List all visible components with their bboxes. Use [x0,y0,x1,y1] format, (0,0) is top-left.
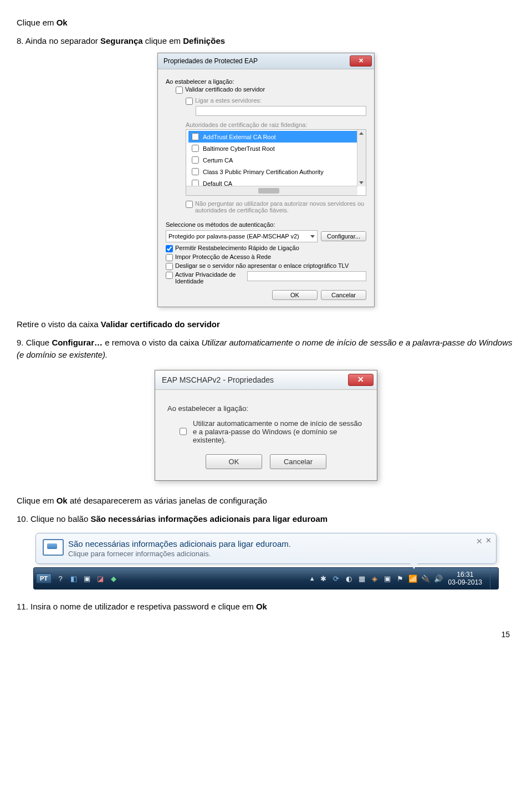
close-button[interactable]: ✕ [348,374,374,386]
scroll-thumb[interactable] [258,188,279,194]
validate-cert-row[interactable]: Validar certificado do servidor [176,86,366,94]
validate-cert-label: Validar certificado do servidor [185,86,265,93]
mschap-auto-row[interactable]: Utilizar automaticamente o nome de iníci… [177,419,365,444]
tray-app-icon[interactable]: ▣ [83,574,91,583]
ca-checkbox[interactable] [192,133,199,140]
tray-icon[interactable]: ◐ [345,574,354,583]
eap-body: Ao estabelecer a ligação: Validar certif… [158,69,374,307]
ca-item[interactable]: AddTrust External CA Root [188,131,364,143]
servers-input[interactable] [196,106,366,116]
tray-right: ▲ ✱ ⟳ ◐ ▦ ◈ ▣ ⚑ 📶 🔌 🔊 16:31 03-09-2013 [309,568,496,589]
ca-item[interactable]: Class 3 Public Primary Certification Aut… [188,166,364,177]
no-prompt-checkbox[interactable] [186,201,193,208]
scrollbar-vertical[interactable] [357,130,366,186]
ok-button[interactable]: OK [206,454,262,469]
ok-button[interactable]: OK [272,290,318,300]
ca-checkbox[interactable] [192,145,199,152]
balloon-subtitle: Clique para fornecer informações adicion… [68,550,480,558]
balloon-close-icon[interactable]: ✕ [485,536,492,545]
volume-icon[interactable]: 🔊 [434,574,443,583]
mschap-body: Ao estabelecer a ligação: Utilizar autom… [155,390,377,481]
ca-item[interactable]: Certum CA [188,154,364,166]
mschap-titlebar: EAP MSCHAPv2 - Propriedades ✕ [155,370,377,390]
scrollbar-horizontal[interactable] [186,186,357,195]
show-hidden-icon[interactable]: ▲ [309,575,315,582]
bluetooth-icon[interactable]: ✱ [319,574,328,583]
identity-privacy-checkbox[interactable] [166,272,173,279]
balloon-title: São necessárias informações adicionais p… [68,539,480,548]
close-button[interactable]: ✕ [350,55,372,67]
cancel-button[interactable]: Cancelar [270,454,326,469]
fast-reconnect-checkbox[interactable] [166,245,173,252]
tray-app-icon[interactable]: ◆ [109,574,118,583]
validate-cert-checkbox[interactable] [176,87,183,94]
ca-label: Autoridades de certificação de raiz fide… [186,121,366,128]
tray-app-icon[interactable]: ◧ [69,574,78,583]
clock-date: 03-09-2013 [448,578,482,586]
network-icon [43,539,64,556]
power-icon[interactable]: 🔌 [421,574,430,583]
fast-reconnect-label: Permitir Restabelecimento Rápido de Liga… [175,245,299,251]
eap-dialog: Propriedades de Protected EAP ✕ Ao estab… [157,53,375,307]
network-balloon[interactable]: ✕ ✕ São necessárias informações adiciona… [35,533,497,564]
tray-icon[interactable]: ▣ [383,574,392,583]
paragraph: 10. Clique no balão São necessárias info… [17,513,515,526]
sync-icon[interactable]: ⟳ [332,574,341,583]
connect-servers-checkbox[interactable] [186,98,193,105]
network-tray-icon[interactable]: 📶 [408,574,417,583]
tray-app-icon[interactable]: ◪ [96,574,105,583]
clock[interactable]: 16:31 03-09-2013 [448,571,484,587]
systray-icons: ▲ ✱ ⟳ ◐ ▦ ◈ ▣ ⚑ 📶 🔌 🔊 [309,574,443,583]
text-bold: São necessárias informações adicionais p… [90,514,328,524]
identity-privacy-row[interactable]: Activar Privacidade de Identidade [166,271,366,284]
nap-label: Impor Protecção de Acesso à Rede [175,253,271,260]
tray-area: ✕ ✕ São necessárias informações adiciona… [33,533,499,590]
balloon-tail [410,562,418,569]
connect-servers-label: Ligar a estes servidores: [195,97,262,104]
ca-name: Certum CA [203,157,233,164]
text: 11. Insira o nome de utilizador e respet… [17,602,256,611]
auth-method-label: Seleccione os métodos de autenticação: [166,221,366,228]
cancel-button[interactable]: Cancelar [321,290,366,300]
language-badge[interactable]: PT [36,573,52,583]
flag-icon[interactable]: ⚑ [396,574,405,583]
text-bold: Segurança [100,36,143,45]
page-number: 15 [17,630,515,639]
fast-reconnect-row[interactable]: Permitir Restabelecimento Rápido de Liga… [166,245,366,252]
text: e remova o visto da caixa [103,338,201,347]
nap-checkbox[interactable] [166,254,173,261]
ca-checkbox[interactable] [192,156,199,164]
ca-listbox[interactable]: AddTrust External CA Root Baltimore Cybe… [186,129,366,196]
auth-method-select[interactable]: Protegido por palavra-passe (EAP-MSCHAP … [166,230,318,242]
text-bold: Ok [57,496,68,505]
help-icon[interactable]: ? [56,574,65,583]
taskbar: PT ? ◧ ▣ ◪ ◆ ▲ ✱ ⟳ ◐ ▦ ◈ ▣ ⚑ 📶 🔌 🔊 16:31 [33,567,499,590]
shield-icon[interactable]: ◈ [370,574,379,583]
tray-icon[interactable]: ▦ [357,574,366,583]
text: clique em [143,36,183,45]
text-bold: Ok [256,602,267,611]
auth-method-row: Protegido por palavra-passe (EAP-MSCHAP … [166,230,366,242]
mschap-title: EAP MSCHAPv2 - Propriedades [162,375,274,384]
text: até desaparecerem as várias janelas de c… [68,496,267,505]
show-desktop[interactable] [490,568,496,589]
mschap-auto-checkbox[interactable] [180,420,187,443]
identity-input[interactable] [247,271,366,281]
identity-privacy-label: Activar Privacidade de Identidade [175,271,242,284]
eap-title: Propriedades de Protected EAP [163,57,258,65]
nap-row[interactable]: Impor Protecção de Acesso à Rede [166,253,366,261]
ca-checkbox[interactable] [192,168,199,175]
balloon-pin-icon[interactable]: ✕ [476,537,483,546]
text: Clique em [17,18,57,27]
no-prompt-row[interactable]: Não perguntar ao utilizador para autoriz… [186,200,366,214]
tlv-checkbox[interactable] [166,263,173,270]
no-prompt-label: Não perguntar ao utilizador para autoriz… [195,200,366,214]
configure-button[interactable]: Configurar... [321,231,366,241]
tlv-row[interactable]: Desligar se o servidor não apresentar o … [166,262,366,270]
connect-servers-row[interactable]: Ligar a estes servidores: [186,97,366,105]
mschap-establish-label: Ao estabelecer a ligação: [167,403,365,414]
paragraph: Clique em Ok até desaparecerem as várias… [17,495,515,507]
text: 10. Clique no balão [17,514,90,524]
ca-item[interactable]: Baltimore CyberTrust Root [188,143,364,154]
text-bold: Validar certificado do servidor [101,319,220,329]
